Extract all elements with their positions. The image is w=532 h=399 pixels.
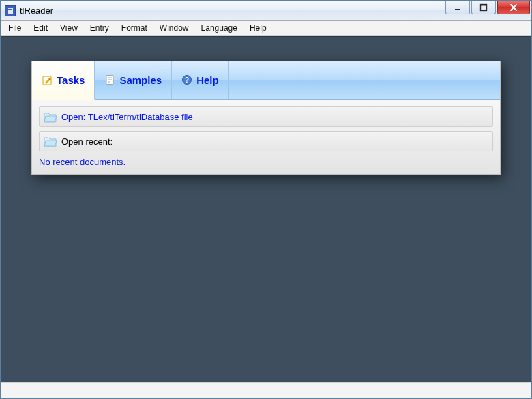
menu-view[interactable]: View (54, 21, 84, 35)
svg-text:?: ? (185, 76, 189, 84)
no-recent-text: No recent documents. (39, 156, 493, 168)
client-area: Tasks Samples ? Help (1, 36, 531, 382)
svg-rect-2 (455, 9, 460, 10)
status-bar (1, 382, 531, 398)
menu-entry[interactable]: Entry (84, 21, 115, 35)
maximize-button[interactable] (471, 1, 496, 14)
help-icon: ? (181, 74, 192, 85)
page-icon (104, 74, 115, 85)
app-window: tlReader File Edit View Entry Format Win… (0, 0, 532, 399)
tab-tasks[interactable]: Tasks (32, 61, 95, 100)
svg-rect-1 (8, 9, 12, 10)
svg-rect-4 (481, 4, 487, 5)
tab-strip: Tasks Samples ? Help (32, 61, 500, 100)
close-button[interactable] (497, 1, 530, 14)
window-controls (445, 1, 530, 20)
menu-language[interactable]: Language (195, 21, 243, 35)
tab-label: Tasks (57, 74, 85, 86)
title-bar[interactable]: tlReader (1, 1, 531, 21)
minimize-button[interactable] (445, 1, 470, 14)
menu-window[interactable]: Window (153, 21, 195, 35)
menu-bar: File Edit View Entry Format Window Langu… (1, 21, 531, 36)
open-file-row[interactable]: Open: TLex/tlTerm/tlDatabase file (39, 106, 493, 127)
open-recent-row: Open recent: (39, 131, 493, 151)
status-cell (1, 383, 379, 398)
start-panel: Tasks Samples ? Help (31, 61, 501, 175)
folder-open-icon (42, 109, 59, 124)
tab-samples[interactable]: Samples (95, 61, 172, 99)
panel-body: Open: TLex/tlTerm/tlDatabase file Open r… (32, 100, 500, 174)
window-title: tlReader (20, 5, 53, 16)
tab-label: Help (196, 74, 219, 86)
menu-edit[interactable]: Edit (27, 21, 54, 35)
open-recent-label: Open recent: (61, 136, 113, 147)
menu-format[interactable]: Format (115, 21, 153, 35)
menu-help[interactable]: Help (243, 21, 273, 35)
tab-help[interactable]: ? Help (172, 61, 229, 99)
menu-file[interactable]: File (2, 21, 27, 35)
status-cell (379, 383, 531, 398)
folder-open-icon (42, 134, 59, 149)
app-icon (5, 5, 16, 16)
open-file-label: Open: TLex/tlTerm/tlDatabase file (61, 112, 193, 122)
edit-icon (42, 75, 53, 86)
tab-label: Samples (119, 74, 162, 86)
